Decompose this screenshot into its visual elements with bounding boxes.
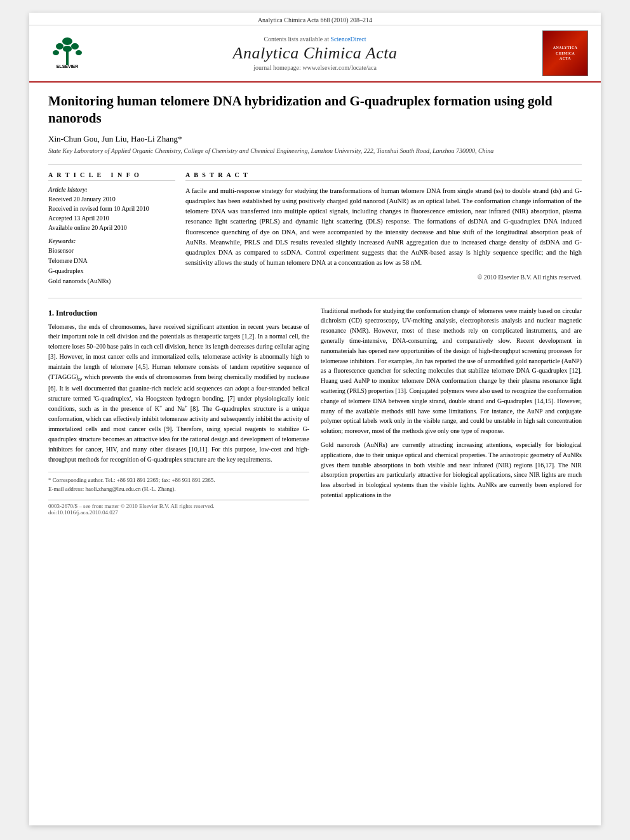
keyword-4: Gold nanorods (AuNRs)	[48, 276, 175, 286]
footer-doi: doi:10.1016/j.aca.2010.04.027	[48, 509, 309, 516]
accepted-date: Accepted 13 April 2010	[48, 213, 175, 223]
article-history-block: Article history: Received 20 January 201…	[48, 186, 175, 232]
journal-logo-text: ANALYTICACHIMICAACTA	[553, 45, 578, 61]
article-title: Monitoring human telomere DNA hybridizat…	[48, 93, 582, 128]
journal-banner: ELSEVIER Contents lists available at Sci…	[29, 25, 601, 83]
available-date: Available online 20 April 2010	[48, 223, 175, 232]
abstract-col: A B S T R A C T A facile and multi-respo…	[185, 171, 582, 291]
keywords-block: Keywords: Biosensor Telomere DNA G-quadr…	[48, 237, 175, 286]
affiliation: State Key Laboratory of Applied Organic …	[48, 147, 582, 156]
journal-title: Analytica Chimica Acta	[99, 44, 531, 63]
col2-paragraph-2: Gold nanorods (AuNRs) are currently attr…	[321, 440, 582, 500]
authors-text: Xin-Chun Gou, Jun Liu, Hao-Li Zhang*	[48, 134, 182, 143]
article-page: Analytica Chimica Acta 668 (2010) 208–21…	[29, 13, 601, 825]
svg-point-4	[53, 50, 59, 55]
keyword-1: Biosensor	[48, 246, 175, 256]
footnote-corresponding: * Corresponding author. Tel.: +86 931 89…	[48, 476, 309, 485]
svg-point-3	[71, 43, 79, 50]
content-area: Monitoring human telomere DNA hybridizat…	[29, 83, 601, 528]
elsevier-logo-area: ELSEVIER	[42, 35, 99, 72]
authors-line: Xin-Chun Gou, Jun Liu, Hao-Li Zhang*	[48, 134, 582, 144]
abstract-heading: A B S T R A C T	[185, 171, 582, 181]
keywords-label: Keywords:	[48, 237, 175, 244]
article-info-label: A R T I C L E I N F O	[48, 171, 140, 178]
journal-title-area: Contents lists available at ScienceDirec…	[99, 36, 531, 71]
keyword-3: G-quadruplex	[48, 266, 175, 276]
journal-logo-area: ANALYTICACHIMICAACTA	[531, 30, 588, 76]
footer-issn: 0003-2670/$ – see front matter © 2010 El…	[48, 503, 309, 509]
svg-point-6	[76, 50, 82, 55]
svg-point-1	[62, 37, 72, 45]
abstract-label: A B S T R A C T	[185, 171, 249, 178]
journal-logo-box: ANALYTICACHIMICAACTA	[542, 30, 588, 76]
journal-homepage: journal homepage: www.elsevier.com/locat…	[99, 64, 531, 71]
keyword-2: Telomere DNA	[48, 256, 175, 266]
intro-number: 1. Introduction	[48, 309, 97, 317]
elsevier-logo: ELSEVIER	[42, 35, 93, 70]
info-abstract-section: A R T I C L E I N F O Article history: R…	[48, 164, 582, 298]
body-col-left: 1. Introduction Telomeres, the ends of c…	[48, 306, 309, 516]
history-label: Article history:	[48, 186, 175, 193]
top-citation-bar: Analytica Chimica Acta 668 (2010) 208–21…	[29, 13, 601, 25]
article-info-heading: A R T I C L E I N F O	[48, 171, 175, 181]
footnote-email: E-mail address: haoli.zhang@lzu.edu.cn (…	[48, 485, 309, 494]
received-date: Received 20 January 2010	[48, 194, 175, 204]
abstract-text: A facile and multi-response strategy for…	[185, 186, 582, 269]
revised-date: Received in revised form 10 April 2010	[48, 204, 175, 213]
body-section: 1. Introduction Telomeres, the ends of c…	[48, 306, 582, 516]
footnote-email-address: haoli.zhang@lzu.edu.cn (H.-L. Zhang).	[85, 486, 175, 492]
intro-paragraph-1: Telomeres, the ends of chromosomes, have…	[48, 322, 309, 465]
sciencedirect-line: Contents lists available at ScienceDirec…	[99, 36, 531, 43]
col2-paragraph-1: Traditional methods for studying the con…	[321, 306, 582, 436]
footer-bar: 0003-2670/$ – see front matter © 2010 El…	[48, 500, 309, 516]
svg-rect-7	[66, 48, 69, 65]
sciencedirect-link[interactable]: ScienceDirect	[330, 36, 366, 43]
footnote-area: * Corresponding author. Tel.: +86 931 89…	[48, 472, 309, 493]
body-col-right: Traditional methods for studying the con…	[321, 306, 582, 516]
svg-text:ELSEVIER: ELSEVIER	[57, 64, 79, 69]
copyright-line: © 2010 Elsevier B.V. All rights reserved…	[185, 274, 582, 281]
article-info-col: A R T I C L E I N F O Article history: R…	[48, 171, 175, 291]
intro-heading: 1. Introduction	[48, 309, 309, 318]
svg-point-2	[56, 43, 64, 50]
citation-text: Analytica Chimica Acta 668 (2010) 208–21…	[258, 17, 372, 23]
